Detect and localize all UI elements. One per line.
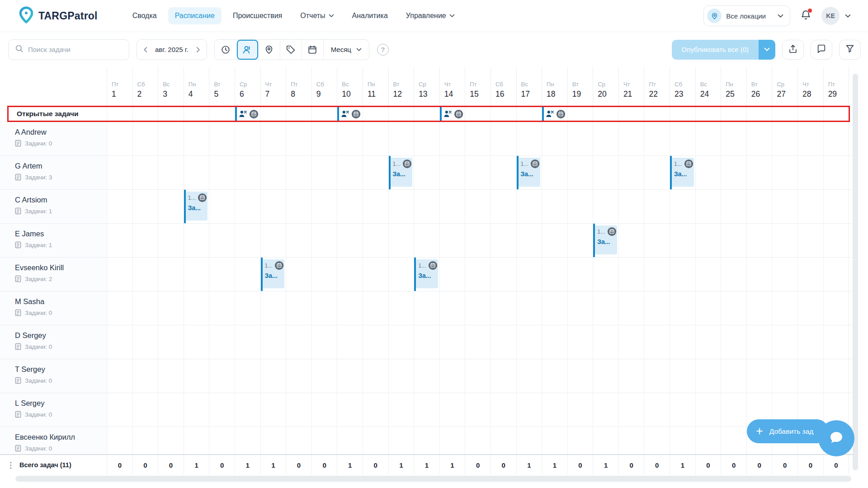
schedule-cell[interactable] xyxy=(209,156,235,189)
schedule-cell[interactable] xyxy=(542,156,567,189)
open-tasks-cell[interactable] xyxy=(542,107,567,121)
schedule-cell[interactable] xyxy=(311,156,337,189)
schedule-cell[interactable] xyxy=(670,224,695,257)
schedule-cell[interactable] xyxy=(337,224,363,257)
schedule-cell[interactable] xyxy=(235,190,260,223)
schedule-cell[interactable] xyxy=(414,359,439,393)
schedule-cell[interactable] xyxy=(695,393,721,427)
open-task-group[interactable] xyxy=(542,107,567,121)
schedule-cell[interactable] xyxy=(823,291,849,325)
schedule-cell[interactable] xyxy=(184,122,209,155)
schedule-cell[interactable] xyxy=(235,224,260,257)
task-bar[interactable]: 1...За... xyxy=(594,225,617,254)
schedule-cell[interactable] xyxy=(644,393,670,427)
schedule-cell[interactable] xyxy=(388,190,414,223)
schedule-cell[interactable] xyxy=(235,291,260,325)
schedule-cell[interactable] xyxy=(132,393,158,427)
schedule-cell[interactable] xyxy=(516,122,542,155)
schedule-cell[interactable] xyxy=(439,224,465,257)
prev-period-button[interactable] xyxy=(142,46,148,54)
schedule-cell[interactable] xyxy=(695,291,721,325)
schedule-cell[interactable] xyxy=(388,258,414,291)
open-tasks-cell[interactable] xyxy=(388,107,414,121)
schedule-cell[interactable] xyxy=(823,325,849,359)
schedule-cell[interactable]: 1...За... xyxy=(184,190,209,223)
task-bar[interactable]: 1...За... xyxy=(184,192,208,221)
open-task-group[interactable] xyxy=(440,107,465,121)
schedule-cell[interactable] xyxy=(542,190,567,223)
schedule-cell[interactable] xyxy=(184,393,209,427)
schedule-cell[interactable] xyxy=(439,325,465,359)
schedule-cell[interactable] xyxy=(491,190,516,223)
schedule-cell[interactable] xyxy=(772,291,797,325)
schedule-cell[interactable] xyxy=(644,190,670,223)
open-tasks-cell[interactable] xyxy=(618,107,644,121)
schedule-cell[interactable] xyxy=(670,291,695,325)
schedule-cell[interactable] xyxy=(670,325,695,359)
schedule-cell[interactable] xyxy=(107,190,132,223)
schedule-cell[interactable] xyxy=(158,190,184,223)
schedule-cell[interactable] xyxy=(746,156,772,189)
schedule-cell[interactable] xyxy=(465,359,491,393)
add-task-button[interactable]: + Добавить зад xyxy=(747,419,829,443)
schedule-cell[interactable] xyxy=(593,190,618,223)
schedule-cell[interactable] xyxy=(388,359,414,393)
schedule-cell[interactable] xyxy=(797,156,823,189)
schedule-cell[interactable] xyxy=(823,156,849,189)
schedule-cell[interactable] xyxy=(491,291,516,325)
schedule-cell[interactable] xyxy=(158,359,184,393)
schedule-cell[interactable] xyxy=(465,258,491,291)
schedule-cell[interactable] xyxy=(567,291,593,325)
schedule-cell[interactable] xyxy=(797,190,823,223)
open-tasks-cell[interactable] xyxy=(260,107,286,121)
user-menu[interactable]: KE xyxy=(821,7,851,25)
schedule-cell[interactable] xyxy=(542,291,567,325)
schedule-cell[interactable]: 1...За... xyxy=(414,258,439,291)
task-bar[interactable]: 1...За... xyxy=(261,259,285,288)
schedule-cell[interactable] xyxy=(670,122,695,155)
schedule-cell[interactable] xyxy=(107,122,132,155)
schedule-cell[interactable] xyxy=(337,393,363,427)
schedule-cell[interactable] xyxy=(260,291,286,325)
schedule-cell[interactable] xyxy=(260,122,286,155)
schedule-cell[interactable] xyxy=(618,190,644,223)
schedule-cell[interactable] xyxy=(797,258,823,291)
schedule-cell[interactable] xyxy=(797,122,823,155)
schedule-cell[interactable] xyxy=(644,325,670,359)
schedule-cell[interactable] xyxy=(695,190,721,223)
schedule-cell[interactable] xyxy=(593,359,618,393)
schedule-cell[interactable] xyxy=(618,359,644,393)
nav-item-1[interactable]: Расписание xyxy=(168,7,222,24)
schedule-cell[interactable] xyxy=(107,224,132,257)
schedule-cell[interactable] xyxy=(107,359,132,393)
schedule-cell[interactable] xyxy=(311,190,337,223)
schedule-cell[interactable] xyxy=(721,190,746,223)
schedule-cell[interactable] xyxy=(158,156,184,189)
schedule-cell[interactable] xyxy=(746,359,772,393)
schedule-cell[interactable] xyxy=(465,325,491,359)
schedule-cell[interactable] xyxy=(158,325,184,359)
horizontal-scrollbar[interactable] xyxy=(15,476,851,482)
schedule-cell[interactable] xyxy=(286,291,311,325)
schedule-cell[interactable] xyxy=(209,325,235,359)
schedule-cell[interactable] xyxy=(644,258,670,291)
schedule-cell[interactable] xyxy=(618,224,644,257)
schedule-cell[interactable] xyxy=(772,156,797,189)
schedule-cell[interactable] xyxy=(158,122,184,155)
notifications-button[interactable] xyxy=(800,9,811,23)
schedule-cell[interactable] xyxy=(670,393,695,427)
view-mode-dropdown[interactable]: Месяц xyxy=(323,40,369,60)
schedule-cell[interactable] xyxy=(414,224,439,257)
task-bar[interactable]: 1...За... xyxy=(415,259,438,288)
open-task-group[interactable] xyxy=(337,107,363,121)
schedule-cell[interactable] xyxy=(414,156,439,189)
schedule-cell[interactable] xyxy=(132,224,158,257)
schedule-cell[interactable] xyxy=(209,122,235,155)
export-button[interactable] xyxy=(782,40,804,60)
schedule-cell[interactable] xyxy=(721,393,746,427)
nav-item-0[interactable]: Сводка xyxy=(126,7,164,24)
schedule-cell[interactable] xyxy=(184,325,209,359)
schedule-cell[interactable] xyxy=(337,122,363,155)
schedule-cell[interactable] xyxy=(260,393,286,427)
open-tasks-cell[interactable] xyxy=(414,107,439,121)
